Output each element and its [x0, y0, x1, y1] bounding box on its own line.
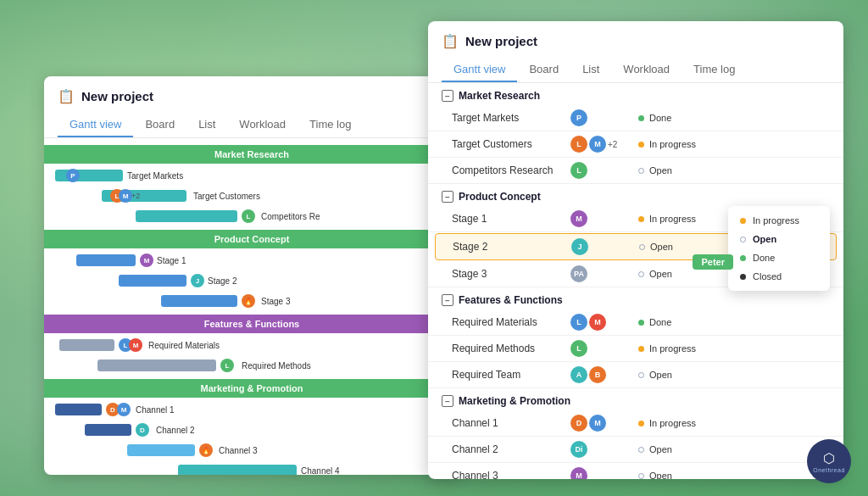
dd-label-progress: In progress — [753, 215, 799, 226]
dot-dd-done — [740, 255, 746, 261]
status-label-ch2: Open — [649, 444, 672, 454]
task-row-competitors: Competitors Research L Open — [428, 158, 843, 184]
label-ch2: Channel 2 — [156, 426, 195, 435]
section-marketing-label: Marketing & Promotion — [459, 395, 570, 407]
bar-container-2: L M +2 Target Customers — [51, 186, 453, 206]
section-market-label: Market Research — [459, 90, 540, 102]
bar-req-mat — [59, 339, 114, 351]
avatar-ch1-2: M — [117, 403, 131, 416]
label-ch3: Channel 3 — [219, 446, 258, 455]
bar-container-3: L Competitors Re — [51, 206, 453, 226]
bar-container-5: J Stage 2 — [51, 270, 453, 291]
logo-icon: ⬡ — [823, 450, 835, 466]
left-title-text: New project — [81, 89, 153, 103]
task-row-req-team: Required Team A B Open — [428, 362, 843, 388]
task-row-target-markets: Target Markets P Done — [428, 105, 843, 131]
task-row-ch1: Channel 1 D M In progress — [428, 410, 843, 437]
left-tabs: Gantt view Board List Workload Time log — [58, 113, 446, 137]
status-7: Done — [638, 317, 830, 327]
task-row-req-mat: Required Materials L M Done — [428, 309, 843, 336]
gantt-row-target-customers: L M +2 Target Customers — [44, 186, 459, 206]
label-stage1: Stage 1 — [157, 256, 186, 265]
bar-container-1: P Target Markets — [51, 165, 453, 186]
gantt-content-left: Market Research P Target Markets L M +2 … — [44, 145, 459, 474]
status-1: Done — [638, 113, 830, 123]
right-panel-title: 📋 New project — [442, 33, 830, 49]
task-name-2: Target Customers — [452, 138, 570, 150]
dot-3 — [638, 168, 644, 174]
gantt-chart-left: Market Research P Target Markets L M +2 … — [44, 138, 459, 475]
dropdown-open[interactable]: Open — [728, 230, 830, 248]
tab-board-left[interactable]: Board — [133, 113, 186, 137]
right-panel-header: 📋 New project Gantt view Board List Work… — [428, 21, 843, 83]
tab-timelog-right[interactable]: Time log — [682, 58, 747, 82]
bar-req-meth — [97, 359, 216, 371]
avatar-peter-right: P — [570, 109, 587, 126]
bar-container-6: 🔥 Stage 3 — [51, 291, 453, 311]
project-icon: 📋 — [58, 88, 75, 104]
status-8: In progress — [638, 343, 830, 354]
dd-label-closed: Closed — [753, 271, 782, 281]
avatar-cust-2: M — [119, 189, 132, 203]
assignee-8: L — [570, 340, 638, 357]
status-label-9: Open — [649, 370, 672, 380]
tab-list-right[interactable]: List — [570, 58, 611, 82]
status-label-7: Done — [649, 317, 671, 327]
avatar-methods: L — [220, 359, 234, 372]
task-name-1: Target Markets — [452, 112, 570, 124]
section-header-marketing: − Marketing & Promotion — [428, 388, 843, 410]
section-product-left: Product Concept — [44, 230, 459, 248]
bar-stage2 — [119, 275, 186, 287]
assignee-2: L M +2 — [570, 136, 638, 153]
tab-list-left[interactable]: List — [186, 113, 227, 137]
task-name-ch1: Channel 1 — [452, 417, 570, 429]
section-toggle-product[interactable]: − — [442, 191, 453, 203]
label-competitors: Competitors Re — [261, 212, 320, 221]
dot-4 — [638, 216, 644, 222]
status-3: Open — [638, 165, 830, 176]
task-name-ch3: Channel 3 — [452, 470, 570, 479]
dot-6 — [638, 271, 644, 277]
left-panel-header: 📋 New project Gantt view Board List Work… — [44, 76, 459, 138]
avatar-stage2: J — [191, 274, 204, 287]
tab-gantt-left[interactable]: Gantt view — [58, 113, 133, 137]
section-toggle-marketing[interactable]: − — [442, 395, 453, 407]
status-dropdown[interactable]: In progress Open Done Closed — [728, 206, 830, 291]
right-panel: 📋 New project Gantt view Board List Work… — [428, 21, 843, 479]
bar-stage1 — [76, 254, 136, 266]
task-name-5: Stage 2 — [453, 241, 571, 253]
dd-label-open: Open — [753, 234, 776, 244]
avatar-ch1-r2: M — [589, 415, 606, 432]
avatar-jessy: J — [571, 238, 588, 255]
tab-workload-left[interactable]: Workload — [227, 113, 298, 137]
section-header-market: − Market Research — [428, 83, 843, 105]
avatar-peter-left: P — [66, 169, 80, 182]
right-project-icon: 📋 — [442, 33, 459, 49]
avatar-ch3: 🔥 — [199, 443, 213, 457]
avatar-ch1-r1: D — [570, 415, 587, 432]
tab-workload-right[interactable]: Workload — [611, 58, 682, 82]
label-plus2: +2 — [131, 192, 140, 200]
gantt-row-req-materials: L M Required Materials — [44, 335, 459, 355]
avatar-peteravis: PA — [570, 265, 587, 282]
section-toggle-features[interactable]: − — [442, 294, 453, 306]
assignee-4: M — [570, 210, 638, 227]
assignee-3: L — [570, 162, 638, 179]
task-name-6: Stage 3 — [452, 268, 570, 280]
section-toggle-market[interactable]: − — [442, 90, 453, 102]
tab-board-right[interactable]: Board — [517, 58, 570, 82]
dropdown-closed[interactable]: Closed — [728, 267, 830, 286]
dropdown-in-progress[interactable]: In progress — [728, 211, 830, 230]
gantt-row-target-markets: P Target Markets — [44, 165, 459, 186]
assignee-7: L M — [570, 314, 638, 331]
tab-timelog-left[interactable]: Time log — [298, 113, 363, 137]
section-marketing-left: Marketing & Promotion — [44, 379, 459, 398]
bar-container-4: M Stage 1 — [51, 250, 453, 270]
dropdown-done[interactable]: Done — [728, 248, 830, 267]
status-ch2: Open — [638, 444, 830, 454]
status-label-ch3: Open — [649, 471, 672, 479]
right-tabs: Gantt view Board List Workload Time log — [442, 58, 830, 82]
task-row-ch2: Channel 2 Di Open — [428, 437, 843, 463]
status-label-4: In progress — [649, 214, 696, 224]
tab-gantt-right[interactable]: Gantt view — [442, 58, 517, 82]
